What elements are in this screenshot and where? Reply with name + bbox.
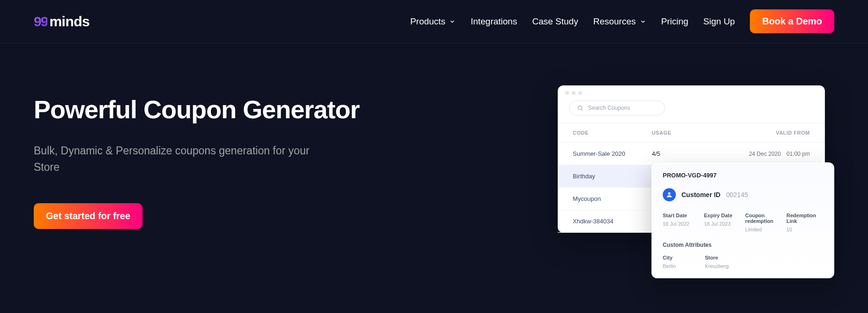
search-input[interactable]: Search Coupons [569,100,665,115]
window-dot [565,91,569,95]
svg-point-0 [578,106,582,109]
detail-field: Expiry Date18 Jul 2023 [704,213,741,232]
field-label: Redemption Link [786,213,823,224]
field-label: Start Date [663,213,699,218]
attr-field: CityBerlin [663,255,700,269]
nav-label: Pricing [661,16,688,27]
nav-label: Case Study [532,16,578,27]
table-header: CODE USAGE VALID FROM [558,123,825,143]
nav-item-pricing[interactable]: Pricing [661,16,688,27]
attr-grid: CityBerlinStoreKreuzberg [663,255,823,269]
detail-grid: Start Date18 Jul 2022Expiry Date18 Jul 2… [663,213,823,232]
field-label: Expiry Date [704,213,741,218]
svg-line-1 [582,109,583,111]
cell-valid-from: 24 Dec 202001:00 pm [731,151,810,157]
nav-label: Sign Up [703,16,735,27]
customer-row: Customer ID 002145 [663,188,823,201]
detail-card: PROMO-VGD-4997 Customer ID 002145 Start … [651,162,834,278]
custom-attributes-title: Custom Attributes [663,242,823,248]
logo-text: minds [49,14,90,30]
book-demo-button[interactable]: Book a Demo [750,9,834,33]
attr-value: Berlin [663,263,700,269]
chevron-down-icon [449,18,456,25]
hero-title: Powerful Coupon Generator [34,95,530,124]
get-started-button[interactable]: Get started for free [34,203,142,229]
hero-left: Powerful Coupon Generator Bulk, Dynamic … [34,85,530,233]
field-value: 18 Jul 2022 [663,221,699,227]
attr-label: City [663,255,700,260]
nav-item-sign-up[interactable]: Sign Up [703,16,735,27]
attr-field: StoreKreuzberg [705,255,823,269]
person-icon [666,191,673,198]
table-row[interactable]: Summer-Sale 20204/524 Dec 202001:00 pm [558,143,825,165]
header: 99 minds ProductsIntegrationsCase StudyR… [0,0,868,43]
window-dot [572,91,576,95]
nav-label: Products [410,16,445,27]
field-label: Coupon redemption [745,213,782,224]
detail-field: Redemption Link10 [786,213,823,232]
nav-item-products[interactable]: Products [410,16,456,27]
customer-label: Customer ID [681,191,720,198]
date-value: 24 Dec 2020 [749,151,781,157]
logo[interactable]: 99 minds [34,14,90,30]
hero-section: Powerful Coupon Generator Bulk, Dynamic … [0,43,868,233]
svg-point-2 [668,192,670,195]
search-icon [577,105,584,111]
col-code: CODE [573,130,652,136]
window-controls [558,85,825,100]
detail-field: Coupon redemptionLimited [745,213,782,232]
logo-mark: 99 [34,14,47,30]
nav-label: Integrations [471,16,517,27]
nav-item-case-study[interactable]: Case Study [532,16,578,27]
col-usage: USAGE [652,130,731,136]
cell-usage: 4/5 [652,150,731,157]
nav-item-resources[interactable]: Resources [593,16,646,27]
field-value: 18 Jul 2023 [704,221,741,227]
search-wrap: Search Coupons [558,100,825,123]
nav-item-integrations[interactable]: Integrations [471,16,517,27]
nav: ProductsIntegrationsCase StudyResourcesP… [410,9,834,33]
customer-id: 002145 [726,191,748,198]
nav-label: Resources [593,16,636,27]
window-dot [578,91,582,95]
hero-right: Search Coupons CODE USAGE VALID FROM Sum… [558,85,834,233]
avatar-icon [663,188,676,201]
cell-code: Birthday [573,173,652,180]
cell-code: Summer-Sale 2020 [573,150,652,157]
attr-value: Kreuzberg [705,263,823,269]
col-valid: VALID FROM [731,130,810,136]
promo-code: PROMO-VGD-4997 [663,172,823,179]
hero-subtitle: Bulk, Dynamic & Personalize coupons gene… [34,143,334,175]
attr-label: Store [705,255,823,260]
field-value: Limited [745,227,782,232]
cell-code: Xhdkw-384034 [573,218,652,225]
time-value: 01:00 pm [786,151,810,157]
detail-field: Start Date18 Jul 2022 [663,213,699,232]
chevron-down-icon [640,18,646,25]
field-value: 10 [786,227,823,232]
cell-code: Mycoupon [573,195,652,202]
search-placeholder: Search Coupons [588,105,630,111]
